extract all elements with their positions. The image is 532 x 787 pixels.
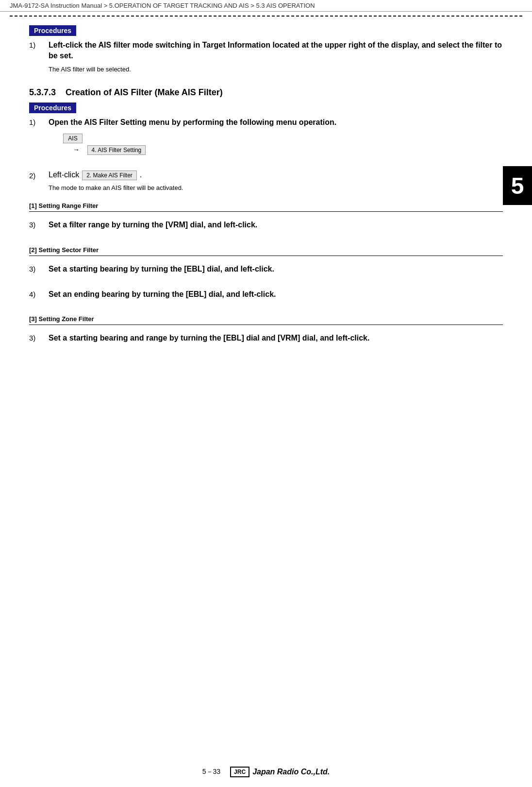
- left-click-row: Left-click 2. Make AIS Filter .: [49, 171, 503, 180]
- zone-filter-section: [3] Setting Zone Filter: [29, 314, 503, 325]
- make-ais-filter-button[interactable]: 2. Make AIS Filter: [82, 171, 137, 180]
- zone-item3: 3) Set a starting bearing and range by t…: [29, 333, 503, 343]
- dashed-separator: [10, 16, 522, 17]
- sector-content-3: Set a starting bearing by turning the [E…: [49, 264, 503, 274]
- breadcrumb-text: JMA-9172-SA Instruction Manual > 5.OPERA…: [10, 2, 315, 9]
- sector-bold-3: Set a starting bearing by turning the [E…: [49, 264, 503, 274]
- page-number: 5－33: [202, 768, 220, 776]
- range-bold: Set a filter range by turning the [VRM] …: [49, 220, 503, 230]
- range-filter-section: [1] Setting Range Filter: [29, 201, 503, 212]
- zone-filter-title: [3] Setting Zone Filter: [29, 315, 94, 323]
- zone-num-3: 3): [29, 333, 49, 342]
- range-item3: 3) Set a filter range by turning the [VR…: [29, 220, 503, 230]
- procedures-badge-2: Procedures: [29, 103, 76, 113]
- section-heading-5373: 5.3.7.3 Creation of AIS Filter (Make AIS…: [29, 87, 503, 98]
- arrow-row: → 4. AIS Filter Setting: [73, 145, 503, 155]
- item-content: Left-click the AIS filter mode switching…: [49, 40, 503, 73]
- item-num-2: 1): [29, 117, 49, 126]
- sector-content-4: Set an ending bearing by turning the [EB…: [49, 289, 503, 300]
- sector-num-3: 3): [29, 264, 49, 273]
- item-bold-text: Left-click the AIS filter mode switching…: [49, 40, 503, 62]
- sector-item4: 4) Set an ending bearing by turning the …: [29, 289, 503, 300]
- range-num: 3): [29, 220, 49, 229]
- left-click-label: Left-click: [49, 171, 79, 179]
- zone-bold-3: Set a starting bearing and range by turn…: [49, 333, 503, 343]
- zone-content-3: Set a starting bearing and range by turn…: [49, 333, 503, 343]
- item-bold-open-ais: Open the AIS Filter Setting menu by perf…: [49, 117, 503, 128]
- procedures-badge-1: Procedures: [29, 25, 76, 36]
- company-logo: JRC Japan Radio Co.,Ltd.: [230, 767, 330, 777]
- company-name: Japan Radio Co.,Ltd.: [252, 768, 330, 776]
- first-procedure-item1: 1) Left-click the AIS filter mode switch…: [29, 40, 503, 73]
- item-content-3: Left-click 2. Make AIS Filter . The mode…: [49, 171, 503, 191]
- sector-bold-4: Set an ending bearing by turning the [EB…: [49, 289, 503, 300]
- ais-button-row: AIS: [63, 134, 503, 143]
- menu-flow: AIS → 4. AIS Filter Setting: [63, 134, 503, 155]
- sector-filter-section: [2] Setting Sector Filter: [29, 245, 503, 256]
- main-content: Procedures 1) Left-click the AIS filter …: [0, 20, 532, 366]
- footer: 5－33 JRC Japan Radio Co.,Ltd.: [0, 767, 532, 777]
- jrc-label: JRC: [230, 767, 249, 777]
- range-filter-title: [1] Setting Range Filter: [29, 202, 98, 209]
- breadcrumb: JMA-9172-SA Instruction Manual > 5.OPERA…: [0, 0, 532, 12]
- item-normal-text: The AIS filter will be selected.: [49, 66, 503, 73]
- range-content: Set a filter range by turning the [VRM] …: [49, 220, 503, 230]
- ais-menu-button[interactable]: AIS: [63, 134, 83, 143]
- item-content-2: Open the AIS Filter Setting menu by perf…: [49, 117, 503, 161]
- item-num-3: 2): [29, 171, 49, 180]
- make-ais-normal: The mode to make an AIS filter will be a…: [49, 184, 503, 191]
- second-procedure-item2: 2) Left-click 2. Make AIS Filter . The m…: [29, 171, 503, 191]
- sector-num-4: 4): [29, 289, 49, 298]
- sector-item3: 3) Set a starting bearing by turning the…: [29, 264, 503, 274]
- sector-filter-title: [2] Setting Sector Filter: [29, 246, 99, 254]
- ais-filter-setting-button[interactable]: 4. AIS Filter Setting: [87, 145, 146, 155]
- item-num: 1): [29, 40, 49, 49]
- second-procedure-item1: 1) Open the AIS Filter Setting menu by p…: [29, 117, 503, 161]
- chapter-number-box: 5: [503, 166, 532, 205]
